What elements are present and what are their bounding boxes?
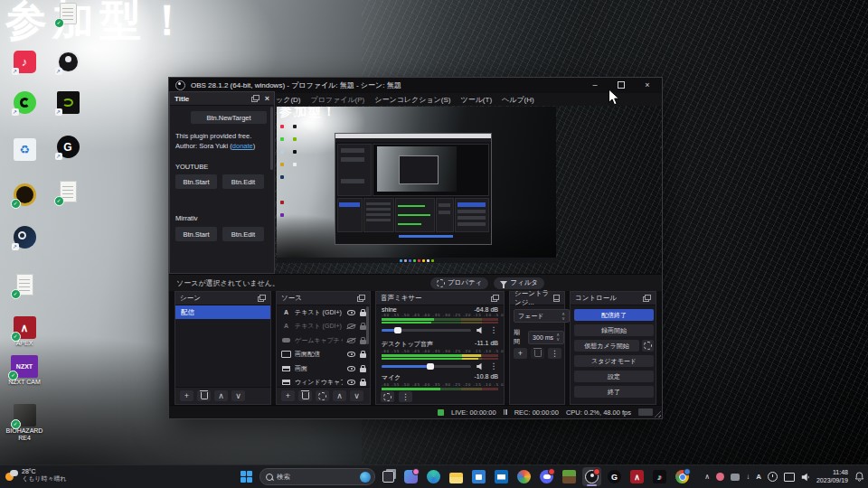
desktop-icon-apex[interactable]: ∧✓ APEX [4, 316, 45, 347]
lock-icon[interactable] [360, 312, 366, 316]
popout-icon[interactable] [258, 295, 266, 302]
desktop-icon-obs[interactable]: ↗ [47, 51, 89, 73]
start-button[interactable] [237, 467, 256, 486]
tiktok-taskbar-button[interactable]: ♪ [650, 467, 669, 486]
studio-mode-button[interactable]: スタジオモード [574, 355, 654, 367]
popout-icon[interactable] [643, 295, 651, 302]
transition-menu-button[interactable]: ⋮ [548, 348, 561, 359]
source-row[interactable]: A テキスト (GDI+) 2 [277, 320, 370, 334]
start-virtual-camera-button[interactable]: 仮想カメラ開始 [574, 340, 639, 352]
lock-icon[interactable] [360, 381, 366, 386]
monitor-tray-icon[interactable] [784, 473, 795, 482]
source-up-button[interactable]: ∧ [333, 390, 346, 401]
add-transition-button[interactable]: + [514, 348, 527, 359]
sources-scrollbar[interactable] [366, 306, 369, 344]
edge-button[interactable] [424, 467, 443, 486]
taskbar-weather-widget[interactable]: 28°C くもり時々晴れ [5, 468, 67, 483]
volume-slider[interactable] [382, 329, 471, 332]
volume-icon[interactable] [801, 473, 810, 482]
remove-transition-button[interactable] [531, 348, 544, 359]
add-source-button[interactable]: + [281, 390, 295, 401]
desktop-icon-jurassic[interactable]: ✓ [4, 183, 45, 206]
preview-area[interactable]: 参加型！ [273, 106, 662, 274]
apex-taskbar-button[interactable]: ∧ [627, 467, 646, 486]
tray-pink-icon[interactable] [716, 473, 724, 481]
popout-icon[interactable] [553, 295, 560, 302]
desktop-icon-document-checked[interactable]: ✓ [47, 3, 89, 25]
scene-up-button[interactable]: ∧ [214, 390, 228, 401]
lock-icon[interactable] [360, 340, 366, 344]
remove-scene-button[interactable] [197, 390, 211, 401]
visibility-eye-off-icon[interactable] [346, 323, 356, 331]
popout-icon[interactable] [491, 295, 499, 302]
microsoft-store-button[interactable] [469, 467, 488, 486]
mixer-menu-button[interactable]: ⋮ [399, 391, 412, 402]
ime-a-icon[interactable]: A [756, 473, 761, 482]
task-view-button[interactable] [379, 467, 398, 486]
visibility-eye-icon[interactable] [346, 379, 356, 387]
desktop-icon-ghub[interactable]: G↗ [47, 136, 89, 158]
new-target-button[interactable]: Btn.NewTarget [191, 111, 267, 124]
channel-menu-icon[interactable]: ⋮ [489, 326, 498, 334]
taskbar-search[interactable]: 検索 [259, 468, 375, 485]
scene-item-selected[interactable]: 配信 [175, 305, 270, 319]
chrome-taskbar-button[interactable] [673, 467, 692, 486]
tray-gray-icon[interactable] [731, 474, 740, 481]
source-row[interactable]: ゲームキャプチャ [277, 333, 370, 348]
source-row[interactable]: 画面配信 [277, 348, 370, 362]
obs-taskbar-button[interactable] [582, 467, 601, 486]
menu-tools[interactable]: ツール(T) [460, 95, 492, 105]
notification-bell-icon[interactable] [854, 472, 864, 482]
menu-dock[interactable]: ック(D) [276, 95, 300, 105]
tray-chevron-icon[interactable]: ∧ [704, 473, 710, 482]
source-row[interactable]: 画面 [277, 361, 370, 376]
pause-icon[interactable] [504, 409, 507, 415]
desktop-icon-biohazard[interactable]: ✓ BIOHAZARD RE4 [4, 404, 45, 442]
mirrativ-edit-button[interactable]: Btn.Edit [222, 227, 264, 241]
filter-button[interactable]: フィルタ [494, 277, 544, 289]
volume-slider[interactable] [382, 365, 471, 368]
photos-button[interactable] [514, 467, 533, 486]
speaker-icon[interactable] [476, 326, 485, 334]
menu-profile[interactable]: プロファイル(P) [310, 95, 364, 105]
source-properties-button[interactable] [316, 390, 329, 401]
add-scene-button[interactable]: + [180, 390, 193, 401]
youtube-start-button[interactable]: Btn.Start [175, 174, 217, 189]
discord-button[interactable] [537, 467, 556, 486]
donate-link[interactable]: donate [232, 142, 253, 150]
mixer-config-button[interactable] [381, 391, 394, 402]
channel-menu-icon[interactable]: ⋮ [489, 362, 498, 371]
popout-icon[interactable] [251, 95, 259, 102]
popout-icon[interactable] [357, 295, 365, 302]
desktop-icon-tiktok[interactable]: ♪↗ [4, 51, 45, 73]
desktop-icon-document[interactable]: ✓ [47, 181, 89, 203]
minecraft-button[interactable] [560, 467, 579, 486]
lock-icon[interactable] [360, 368, 366, 372]
settings-button[interactable]: 設定 [574, 371, 654, 382]
download-arrow-icon[interactable]: ↓ [746, 473, 750, 482]
properties-button[interactable]: プロパティ [430, 277, 488, 289]
desktop-icon-nvidia[interactable]: ↗ [47, 91, 89, 114]
virtual-camera-settings-button[interactable] [642, 340, 654, 352]
dock-close-icon[interactable]: × [265, 94, 269, 103]
scene-down-button[interactable]: ∨ [231, 390, 245, 401]
minimize-button[interactable]: – [586, 78, 604, 92]
source-down-button[interactable]: ∨ [350, 390, 363, 401]
close-button[interactable]: × [638, 78, 656, 92]
visibility-eye-icon[interactable] [346, 351, 356, 359]
desktop-icon-nzxt-cam[interactable]: NZXT✓ NZXT CAM [4, 355, 45, 386]
lock-icon[interactable] [360, 325, 366, 330]
lock-icon[interactable] [360, 353, 366, 358]
visibility-eye-icon[interactable] [346, 308, 356, 316]
desktop-icon-document-2[interactable]: ✓ [4, 274, 45, 296]
menu-scene-collection[interactable]: シーンコレクション(S) [374, 95, 450, 105]
speaker-icon[interactable] [476, 362, 485, 371]
widgets-button[interactable] [401, 467, 420, 486]
plugin-dock-scrollbar[interactable] [270, 107, 273, 170]
desktop-icon-steam[interactable]: ↗ [4, 226, 45, 249]
mail-button[interactable] [492, 467, 511, 486]
youtube-edit-button[interactable]: Btn.Edit [222, 174, 264, 189]
transition-select[interactable]: フェード ∧∨ [514, 309, 570, 323]
exit-button[interactable]: 終了 [574, 386, 654, 398]
remove-source-button[interactable] [298, 390, 312, 401]
